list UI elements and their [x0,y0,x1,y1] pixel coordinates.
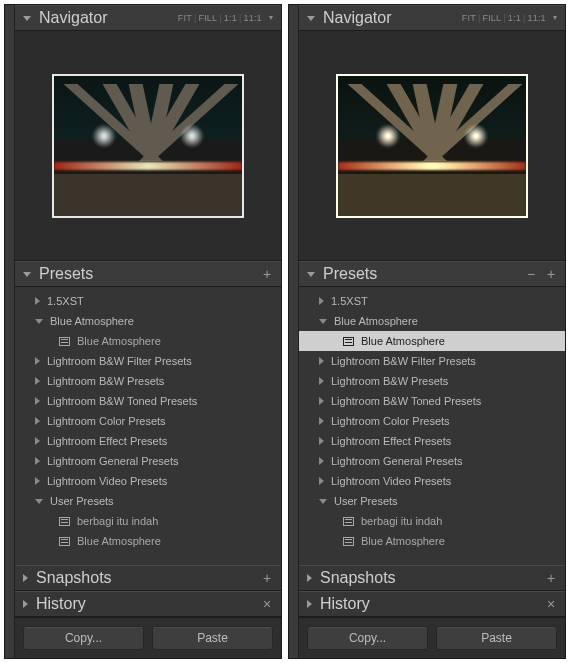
footer-buttons: Copy...Paste [15,617,281,658]
preset-folder[interactable]: Lightroom B&W Presets [15,371,281,391]
history-title: History [320,595,545,613]
paste-button[interactable]: Paste [152,626,273,650]
add-snapshot-button[interactable]: + [545,571,557,585]
folder-label: Lightroom General Presets [331,455,462,467]
chevron-right-icon [319,397,324,405]
preset-folder[interactable]: Lightroom General Presets [299,451,565,471]
preset-folder[interactable]: Blue Atmosphere [15,311,281,331]
add-preset-button[interactable]: + [545,267,557,281]
chevron-right-icon [319,437,324,445]
clear-history-button[interactable]: × [261,597,273,611]
preset-label: berbagi itu indah [361,515,442,527]
vertical-rail [289,5,299,658]
folder-label: Lightroom B&W Filter Presets [47,355,192,367]
preset-folder[interactable]: Lightroom General Presets [15,451,281,471]
folder-label: Lightroom B&W Toned Presets [47,395,197,407]
clear-history-button[interactable]: × [545,597,557,611]
presets-header[interactable]: Presets+ [15,261,281,287]
preset-folder[interactable]: Lightroom Video Presets [299,471,565,491]
zoom-11-1[interactable]: 11:1 [243,13,261,23]
zoom-11-1[interactable]: 11:1 [527,13,545,23]
chevron-right-icon [319,477,324,485]
snapshots-title: Snapshots [320,569,545,587]
presets-title: Presets [323,265,525,283]
preset-folder[interactable]: Lightroom Color Presets [15,411,281,431]
navigator-body [299,31,565,261]
chevron-right-icon [319,417,324,425]
chevron-down-icon [35,319,43,324]
zoom-dropdown-icon[interactable]: ▾ [553,13,557,23]
zoom-1-1[interactable]: 1:1 [508,13,521,23]
chevron-right-icon [319,457,324,465]
preset-folder[interactable]: 1.5XST [15,291,281,311]
zoom-FILL[interactable]: FILL [482,13,501,23]
preset-folder[interactable]: Lightroom Effect Presets [299,431,565,451]
copy-button[interactable]: Copy... [23,626,144,650]
preset-icon [59,337,70,346]
navigator-zoom-buttons: FIT|FILL|1:1|11:1▾ [462,13,557,23]
preset-folder[interactable]: Lightroom Color Presets [299,411,565,431]
paste-button[interactable]: Paste [436,626,557,650]
preset-folder[interactable]: Lightroom B&W Filter Presets [299,351,565,371]
add-preset-button[interactable]: + [261,267,273,281]
preset-label: berbagi itu indah [77,515,158,527]
navigator-title: Navigator [323,9,462,27]
preset-folder[interactable]: Lightroom Video Presets [15,471,281,491]
folder-label: User Presets [50,495,114,507]
preset-label: Blue Atmosphere [361,535,445,547]
preset-folder[interactable]: Lightroom B&W Filter Presets [15,351,281,371]
history-header[interactable]: History× [299,591,565,617]
navigator-thumbnail[interactable] [52,74,244,218]
zoom-1-1[interactable]: 1:1 [224,13,237,23]
history-header[interactable]: History× [15,591,281,617]
folder-label: Lightroom Video Presets [47,475,167,487]
remove-preset-button[interactable]: − [525,267,537,281]
preset-item[interactable]: Blue Atmosphere [15,331,281,351]
preset-icon [343,337,354,346]
preset-folder[interactable]: Lightroom B&W Toned Presets [15,391,281,411]
disclosure-down-icon [23,16,31,21]
folder-label: Lightroom B&W Toned Presets [331,395,481,407]
folder-label: User Presets [334,495,398,507]
add-snapshot-button[interactable]: + [261,571,273,585]
preset-folder[interactable]: User Presets [15,491,281,511]
zoom-FILL[interactable]: FILL [198,13,217,23]
folder-label: Lightroom B&W Filter Presets [331,355,476,367]
preset-folder[interactable]: Lightroom B&W Presets [299,371,565,391]
folder-label: Lightroom Video Presets [331,475,451,487]
chevron-down-icon [319,319,327,324]
chevron-down-icon [35,499,43,504]
chevron-right-icon [35,437,40,445]
preset-item[interactable]: berbagi itu indah [15,511,281,531]
copy-button[interactable]: Copy... [307,626,428,650]
chevron-down-icon [319,499,327,504]
chevron-right-icon [35,357,40,365]
history-title: History [36,595,261,613]
preset-item[interactable]: berbagi itu indah [299,511,565,531]
preset-item[interactable]: Blue Atmosphere [15,531,281,551]
snapshots-title: Snapshots [36,569,261,587]
navigator-thumbnail[interactable] [336,74,528,218]
navigator-header[interactable]: NavigatorFIT|FILL|1:1|11:1▾ [15,5,281,31]
preset-item[interactable]: Blue Atmosphere [299,531,565,551]
preset-folder[interactable]: Lightroom Effect Presets [15,431,281,451]
preset-folder[interactable]: Blue Atmosphere [299,311,565,331]
disclosure-right-icon [307,574,312,582]
preset-icon [59,537,70,546]
snapshots-header[interactable]: Snapshots+ [15,565,281,591]
zoom-dropdown-icon[interactable]: ▾ [269,13,273,23]
presets-header[interactable]: Presets−+ [299,261,565,287]
preset-folder[interactable]: User Presets [299,491,565,511]
preset-icon [343,537,354,546]
snapshots-header[interactable]: Snapshots+ [299,565,565,591]
zoom-FIT[interactable]: FIT [462,13,476,23]
disclosure-right-icon [307,600,312,608]
disclosure-down-icon [307,16,315,21]
preset-item[interactable]: Blue Atmosphere [299,331,565,351]
navigator-body [15,31,281,261]
preset-folder[interactable]: 1.5XST [299,291,565,311]
preset-icon [343,517,354,526]
navigator-header[interactable]: NavigatorFIT|FILL|1:1|11:1▾ [299,5,565,31]
preset-folder[interactable]: Lightroom B&W Toned Presets [299,391,565,411]
zoom-FIT[interactable]: FIT [178,13,192,23]
